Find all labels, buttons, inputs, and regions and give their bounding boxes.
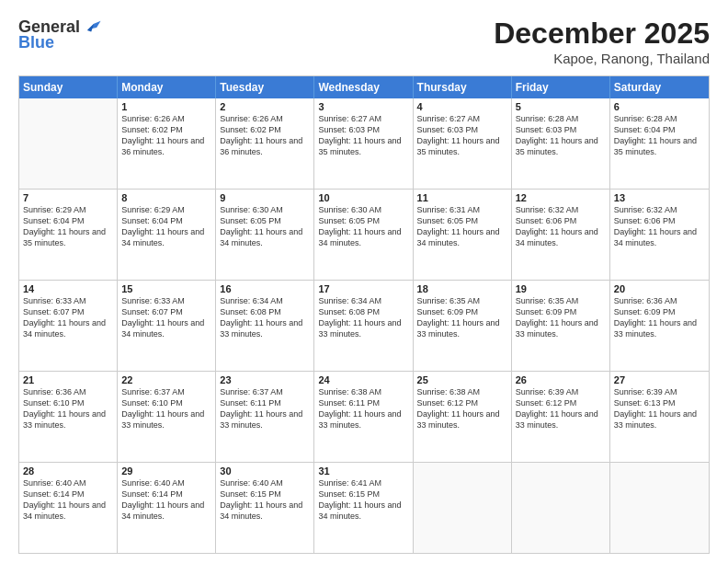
calendar-cell: 12Sunrise: 6:32 AMSunset: 6:06 PMDayligh… (512, 190, 610, 280)
calendar-cell: 17Sunrise: 6:34 AMSunset: 6:08 PMDayligh… (314, 281, 413, 371)
day-number: 5 (516, 101, 606, 112)
day-number: 7 (23, 192, 113, 203)
calendar-cell: 3Sunrise: 6:27 AMSunset: 6:03 PMDaylight… (314, 98, 413, 189)
day-info: Sunrise: 6:33 AMSunset: 6:07 PMDaylight:… (23, 295, 113, 340)
calendar-cell: 28Sunrise: 6:40 AMSunset: 6:14 PMDayligh… (19, 463, 118, 553)
day-info: Sunrise: 6:27 AMSunset: 6:03 PMDaylight:… (417, 113, 507, 158)
day-info: Sunrise: 6:32 AMSunset: 6:06 PMDaylight:… (614, 204, 705, 249)
calendar-cell: 22Sunrise: 6:37 AMSunset: 6:10 PMDayligh… (118, 372, 216, 462)
header-day-thursday: Thursday (414, 76, 512, 98)
day-number: 25 (417, 374, 507, 385)
day-number: 26 (516, 374, 606, 385)
day-info: Sunrise: 6:37 AMSunset: 6:10 PMDaylight:… (121, 386, 211, 431)
calendar-row: 21Sunrise: 6:36 AMSunset: 6:10 PMDayligh… (19, 372, 709, 463)
header-day-sunday: Sunday (19, 76, 118, 98)
calendar-cell: 8Sunrise: 6:29 AMSunset: 6:04 PMDaylight… (118, 190, 216, 280)
day-info: Sunrise: 6:33 AMSunset: 6:07 PMDaylight:… (121, 295, 211, 340)
day-info: Sunrise: 6:30 AMSunset: 6:05 PMDaylight:… (318, 204, 408, 249)
day-number: 27 (614, 374, 705, 385)
calendar-cell: 16Sunrise: 6:34 AMSunset: 6:08 PMDayligh… (216, 281, 314, 371)
calendar-cell: 1Sunrise: 6:26 AMSunset: 6:02 PMDaylight… (118, 98, 216, 189)
calendar-cell: 31Sunrise: 6:41 AMSunset: 6:15 PMDayligh… (314, 463, 413, 553)
day-number: 31 (318, 465, 408, 477)
day-number: 24 (318, 374, 408, 385)
calendar-row: 14Sunrise: 6:33 AMSunset: 6:07 PMDayligh… (19, 281, 709, 372)
calendar-cell (610, 463, 709, 553)
title-section: December 2025 Kapoe, Ranong, Thailand (494, 17, 710, 66)
day-number: 20 (614, 283, 705, 294)
header: General Blue December 2025 Kapoe, Ranong… (18, 17, 710, 66)
day-number: 1 (121, 101, 211, 112)
day-number: 9 (220, 192, 310, 203)
month-title: December 2025 (494, 17, 710, 51)
calendar-cell: 19Sunrise: 6:35 AMSunset: 6:09 PMDayligh… (512, 281, 610, 371)
header-day-wednesday: Wednesday (314, 76, 413, 98)
calendar-cell: 24Sunrise: 6:38 AMSunset: 6:11 PMDayligh… (314, 372, 413, 462)
day-number: 13 (614, 192, 705, 203)
header-day-saturday: Saturday (610, 76, 709, 98)
day-number: 10 (318, 192, 408, 203)
day-number: 29 (121, 465, 211, 477)
day-info: Sunrise: 6:26 AMSunset: 6:02 PMDaylight:… (220, 113, 310, 158)
day-info: Sunrise: 6:34 AMSunset: 6:08 PMDaylight:… (220, 295, 310, 340)
day-info: Sunrise: 6:39 AMSunset: 6:13 PMDaylight:… (614, 386, 705, 431)
calendar-cell: 4Sunrise: 6:27 AMSunset: 6:03 PMDaylight… (414, 98, 512, 189)
calendar-row: 28Sunrise: 6:40 AMSunset: 6:14 PMDayligh… (19, 463, 709, 553)
day-number: 14 (23, 283, 113, 294)
calendar-cell: 15Sunrise: 6:33 AMSunset: 6:07 PMDayligh… (118, 281, 216, 371)
day-info: Sunrise: 6:39 AMSunset: 6:12 PMDaylight:… (516, 386, 606, 431)
day-info: Sunrise: 6:36 AMSunset: 6:09 PMDaylight:… (614, 295, 705, 340)
day-number: 2 (220, 101, 310, 112)
calendar-cell: 21Sunrise: 6:36 AMSunset: 6:10 PMDayligh… (19, 372, 118, 462)
calendar-cell: 5Sunrise: 6:28 AMSunset: 6:03 PMDaylight… (512, 98, 610, 189)
day-number: 28 (23, 465, 113, 477)
day-number: 12 (516, 192, 606, 203)
logo: General Blue (18, 17, 102, 52)
day-info: Sunrise: 6:31 AMSunset: 6:05 PMDaylight:… (417, 204, 507, 249)
calendar-header: SundayMondayTuesdayWednesdayThursdayFrid… (19, 76, 709, 98)
day-info: Sunrise: 6:32 AMSunset: 6:06 PMDaylight:… (516, 204, 606, 249)
day-info: Sunrise: 6:34 AMSunset: 6:08 PMDaylight:… (318, 295, 408, 340)
header-day-tuesday: Tuesday (216, 76, 314, 98)
calendar-cell: 13Sunrise: 6:32 AMSunset: 6:06 PMDayligh… (610, 190, 709, 280)
calendar-cell: 23Sunrise: 6:37 AMSunset: 6:11 PMDayligh… (216, 372, 314, 462)
calendar-cell: 18Sunrise: 6:35 AMSunset: 6:09 PMDayligh… (414, 281, 512, 371)
day-info: Sunrise: 6:37 AMSunset: 6:11 PMDaylight:… (220, 386, 310, 431)
day-info: Sunrise: 6:27 AMSunset: 6:03 PMDaylight:… (318, 113, 408, 158)
calendar-cell: 9Sunrise: 6:30 AMSunset: 6:05 PMDaylight… (216, 190, 314, 280)
calendar-cell (512, 463, 610, 553)
calendar-cell: 27Sunrise: 6:39 AMSunset: 6:13 PMDayligh… (610, 372, 709, 462)
calendar-cell: 10Sunrise: 6:30 AMSunset: 6:05 PMDayligh… (314, 190, 413, 280)
calendar-row: 7Sunrise: 6:29 AMSunset: 6:04 PMDaylight… (19, 190, 709, 281)
header-day-friday: Friday (512, 76, 610, 98)
day-info: Sunrise: 6:38 AMSunset: 6:11 PMDaylight:… (318, 386, 408, 431)
logo-blue: Blue (18, 33, 54, 52)
calendar-cell: 20Sunrise: 6:36 AMSunset: 6:09 PMDayligh… (610, 281, 709, 371)
day-number: 4 (417, 101, 507, 112)
day-info: Sunrise: 6:29 AMSunset: 6:04 PMDaylight:… (23, 204, 113, 249)
day-number: 16 (220, 283, 310, 294)
day-info: Sunrise: 6:28 AMSunset: 6:04 PMDaylight:… (614, 113, 705, 158)
location: Kapoe, Ranong, Thailand (494, 51, 710, 66)
day-number: 23 (220, 374, 310, 385)
calendar-cell: 2Sunrise: 6:26 AMSunset: 6:02 PMDaylight… (216, 98, 314, 189)
logo-bird-icon (82, 17, 102, 37)
calendar-cell: 11Sunrise: 6:31 AMSunset: 6:05 PMDayligh… (414, 190, 512, 280)
day-number: 8 (121, 192, 211, 203)
day-info: Sunrise: 6:36 AMSunset: 6:10 PMDaylight:… (23, 386, 113, 431)
day-info: Sunrise: 6:41 AMSunset: 6:15 PMDaylight:… (318, 477, 408, 523)
calendar-cell: 7Sunrise: 6:29 AMSunset: 6:04 PMDaylight… (19, 190, 118, 280)
day-number: 17 (318, 283, 408, 294)
day-info: Sunrise: 6:28 AMSunset: 6:03 PMDaylight:… (516, 113, 606, 158)
calendar-cell: 6Sunrise: 6:28 AMSunset: 6:04 PMDaylight… (610, 98, 709, 189)
day-number: 22 (121, 374, 211, 385)
page: General Blue December 2025 Kapoe, Ranong… (0, 0, 728, 563)
day-number: 30 (220, 465, 310, 477)
day-info: Sunrise: 6:35 AMSunset: 6:09 PMDaylight:… (516, 295, 606, 340)
day-info: Sunrise: 6:35 AMSunset: 6:09 PMDaylight:… (417, 295, 507, 340)
day-number: 11 (417, 192, 507, 203)
calendar-cell (414, 463, 512, 553)
day-info: Sunrise: 6:38 AMSunset: 6:12 PMDaylight:… (417, 386, 507, 431)
calendar-cell: 30Sunrise: 6:40 AMSunset: 6:15 PMDayligh… (216, 463, 314, 553)
day-number: 6 (614, 101, 705, 112)
